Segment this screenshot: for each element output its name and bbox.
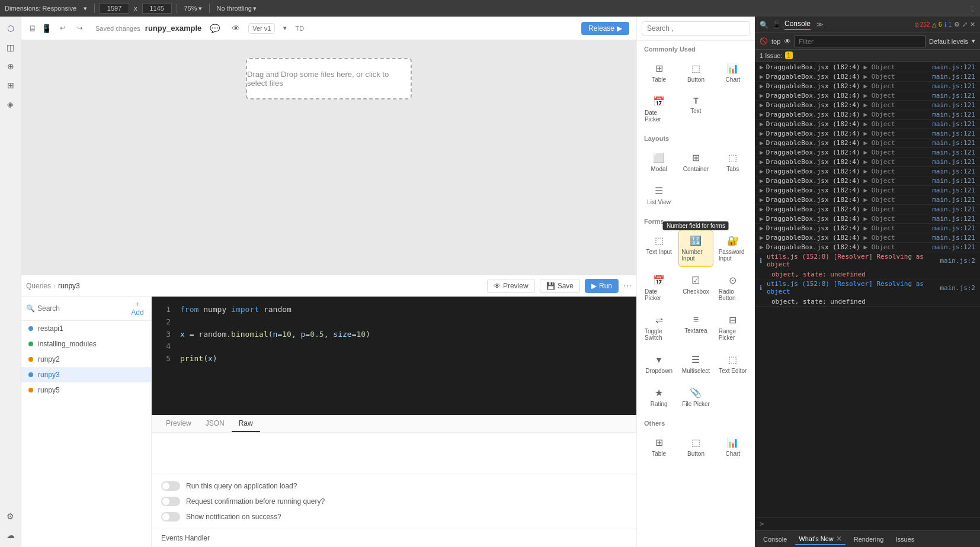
row-arrow-obj-6[interactable]: ▶ Object [864,120,895,128]
component-container[interactable]: ⊞ Container [678,147,713,178]
component-rating[interactable]: ★ Rating [642,382,676,413]
component-text-editor[interactable]: ⬚ Text Editor [716,349,750,379]
row-arrow-obj-17[interactable]: ▶ Object [864,224,895,232]
component-modal[interactable]: ⬜ Modal [642,147,676,178]
row-arrow-obj-2[interactable]: ▶ Object [864,82,895,90]
bottom-tab-rendering[interactable]: Rendering [850,535,888,544]
sidebar-cloud-icon[interactable]: ☁ [4,528,18,542]
component-button-others[interactable]: ⬚ Button [678,432,713,462]
bottom-tab-whats-new[interactable]: What's New ✕ [795,533,845,545]
row-arrow-obj-15[interactable]: ▶ Object [864,205,895,213]
row-file-2[interactable]: main.js:121 [932,82,975,90]
events-handler[interactable]: Events Handler [152,529,636,547]
info-row-file-1[interactable]: main.js:2 [940,284,975,292]
breadcrumb-queries[interactable]: Queries [26,282,51,290]
console-inspect-icon[interactable]: 🔍 [760,21,768,29]
console-panel-label[interactable]: Console [784,20,811,30]
clear-console-icon[interactable]: 🚫 [760,37,768,45]
output-tab-json[interactable]: JSON [198,416,232,432]
row-arrow-obj-5[interactable]: ▶ Object [864,111,895,118]
component-multiselect[interactable]: ☰ Multiselect [678,349,713,379]
component-radio-button[interactable]: ⊙ Radio Button [716,269,750,307]
preview-button[interactable]: 👁 Preview [487,279,535,293]
row-file-11[interactable]: main.js:121 [932,168,975,175]
nav-item-runpy3[interactable]: runpy3 [21,367,151,382]
nav-item-runpy5[interactable]: runpy5 [21,382,151,398]
zoom-button[interactable]: 75% ▾ [182,4,204,14]
more-options-icon[interactable]: ⋮ [969,5,975,12]
release-button[interactable]: Release ▶ [581,22,629,35]
row-file-10[interactable]: main.js:121 [932,158,975,166]
dimensions-dropdown[interactable]: ▾ [81,4,89,14]
sidebar-data-icon[interactable]: ◈ [4,97,18,111]
row-file-15[interactable]: main.js:121 [932,205,975,213]
whats-new-close-icon[interactable]: ✕ [836,535,842,543]
height-input[interactable] [142,3,172,14]
row-arrow-obj-14[interactable]: ▶ Object [864,196,895,204]
toggle-run-on-load-switch[interactable] [161,481,180,491]
save-button[interactable]: 💾 Save [540,279,580,293]
drop-zone[interactable]: Drag and Drop some files here, or click … [246,58,412,99]
row-file-18[interactable]: main.js:121 [932,234,975,242]
component-date-picker-common[interactable]: 📅 Date Picker [642,91,676,128]
search-input[interactable] [37,304,126,313]
toggle-notification-switch[interactable] [161,512,180,522]
console-close-icon[interactable]: ✕ [970,21,975,28]
console-settings-icon[interactable]: ⚙ [954,21,960,28]
row-file-16[interactable]: main.js:121 [932,215,975,223]
console-levels-arrow[interactable]: ▾ [972,37,975,45]
row-arrow-obj-16[interactable]: ▶ Object [864,215,895,223]
component-dropdown[interactable]: ▾ Dropdown [642,349,676,379]
width-input[interactable] [100,3,129,14]
row-arrow-obj-18[interactable]: ▶ Object [864,234,895,242]
row-file-7[interactable]: main.js:121 [932,130,975,137]
component-range-picker[interactable]: ⊟ Range Picker [716,309,750,346]
console-levels-label[interactable]: Default levels [929,38,968,45]
row-arrow-obj-10[interactable]: ▶ Object [864,158,895,166]
throttle-button[interactable]: No throttling ▾ [214,4,259,14]
more-button[interactable]: ⋯ [623,281,632,291]
toggle-confirm-switch[interactable] [161,497,180,506]
row-file-3[interactable]: main.js:121 [932,92,975,99]
version-badge[interactable]: Ver v1 [248,23,275,34]
component-text-input[interactable]: ⬚ Text Input [642,230,676,267]
row-file-8[interactable]: main.js:121 [932,139,975,147]
code-editor[interactable]: 1 from numpy import random 2 3 x = rando… [152,297,636,415]
component-search-input[interactable] [642,21,750,36]
component-chart-others[interactable]: 📊 Chart [716,432,750,462]
sidebar-layout-icon[interactable]: ◫ [4,40,18,54]
row-arrow-obj-1[interactable]: ▶ Object [864,73,895,81]
row-file-1[interactable]: main.js:121 [932,73,975,81]
eye-icon[interactable]: 👁 [228,21,244,36]
run-button[interactable]: ▶ Run [585,279,619,293]
component-date-picker-forms[interactable]: 📅 Date Picker [642,269,676,307]
component-toggle-switch[interactable]: ⇌ Toggle Switch [642,309,676,346]
console-device-icon[interactable]: 📱 [772,21,781,29]
add-button[interactable]: + Add [129,300,146,317]
component-textarea[interactable]: ≡ Textarea [678,309,713,346]
component-checkbox[interactable]: ☑ Checkbox [678,269,713,307]
row-file-13[interactable]: main.js:121 [932,186,975,194]
sidebar-settings-icon[interactable]: ⚙ [4,509,18,523]
component-text[interactable]: T Text [678,91,713,128]
component-table[interactable]: ⊞ Table [642,57,676,88]
nav-item-restapi1[interactable]: restapi1 [21,321,151,336]
sidebar-home-icon[interactable]: ⬡ [4,21,18,36]
row-arrow-obj-19[interactable]: ▶ Object [864,243,895,251]
component-button[interactable]: ⬚ Button [678,57,713,88]
row-arrow-obj-3[interactable]: ▶ Object [864,92,895,99]
component-chart[interactable]: 📊 Chart [716,57,750,88]
sidebar-grid-icon[interactable]: ⊞ [4,78,18,92]
console-expand-icon[interactable]: ⤢ [962,21,968,28]
row-arrow-obj-9[interactable]: ▶ Object [864,149,895,156]
row-arrow-obj-7[interactable]: ▶ Object [864,130,895,137]
console-more-icon[interactable]: ≫ [816,21,824,28]
row-file-19[interactable]: main.js:121 [932,243,975,251]
row-file-5[interactable]: main.js:121 [932,111,975,118]
row-arrow-obj-0[interactable]: ▶ Object [864,63,895,71]
console-top-icon[interactable]: top [771,38,780,45]
component-list-view[interactable]: ☰ List View [642,180,676,211]
row-file-14[interactable]: main.js:121 [932,196,975,204]
row-arrow-obj-11[interactable]: ▶ Object [864,168,895,175]
row-arrow-obj-8[interactable]: ▶ Object [864,139,895,147]
